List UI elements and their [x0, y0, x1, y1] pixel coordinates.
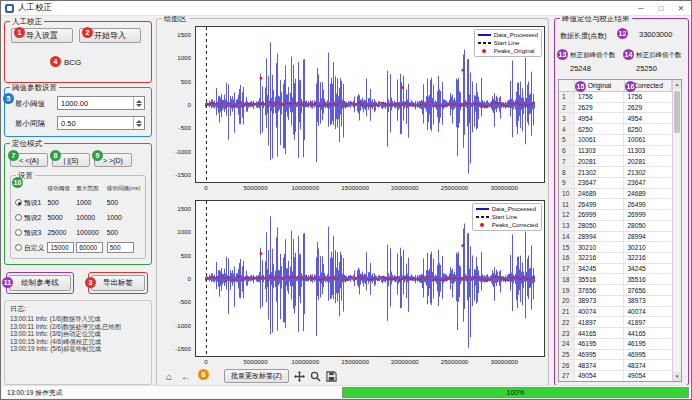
preset-value[interactable]: 60000: [76, 242, 107, 253]
row-index: 11: [559, 199, 575, 209]
table-row[interactable]: 61130311303: [559, 146, 671, 157]
draw-reference-button[interactable]: 绘制参考线: [9, 275, 71, 291]
min-interval-value[interactable]: 0.50: [58, 119, 133, 128]
preset-value: 10000: [76, 214, 107, 221]
table-scrollbar[interactable]: ▲ ▼: [672, 80, 681, 381]
table-row[interactable]: 92364723647: [559, 178, 671, 189]
table-row[interactable]: 274905449054: [559, 371, 671, 381]
table-row[interactable]: 72028120281: [559, 156, 671, 167]
table-row[interactable]: 183551635516: [559, 274, 671, 285]
x-tick-label: 20000000: [391, 358, 419, 365]
min-threshold-value[interactable]: 1000.00: [58, 99, 133, 108]
min-threshold-spinbox[interactable]: 1000.00: [57, 96, 145, 110]
index-column-header: [559, 80, 575, 91]
plot-top-area[interactable]: Data_ProcessedStart LinePeaks_Original: [195, 26, 545, 183]
row-index: 9: [559, 178, 575, 188]
maximize-button[interactable]: □: [651, 1, 671, 15]
table-row[interactable]: 142899428994: [559, 232, 671, 243]
legend-label: Peaks_Corrected: [492, 222, 538, 228]
scroll-up-icon[interactable]: ▲: [673, 80, 681, 89]
table-row[interactable]: 117561756: [559, 92, 671, 103]
annotation-badge-12: 12: [617, 28, 628, 39]
corrected-value: 38973: [624, 296, 671, 306]
preset-radio-自定义[interactable]: 自定义: [13, 243, 47, 253]
plot-bottom-area[interactable]: Data_ProcessedStart LinePeaks_Corrected: [195, 200, 545, 357]
row-index: 14: [559, 232, 575, 242]
y-tick-label: 0: [159, 101, 191, 108]
min-interval-spinbox[interactable]: 0.50: [57, 116, 145, 130]
row-index: 27: [559, 371, 575, 381]
legend-swatch-dashed-icon: [476, 216, 489, 218]
back-icon[interactable]: ←: [180, 371, 192, 382]
spinner-arrows-icon[interactable]: [133, 97, 144, 109]
preset-value-input[interactable]: 60000: [76, 242, 103, 253]
annotation-badge-5: 5: [3, 93, 14, 104]
radio-icon[interactable]: [15, 199, 22, 206]
table-row[interactable]: 244619546195: [559, 339, 671, 350]
export-labels-button[interactable]: 导出标签: [91, 275, 145, 291]
table-row[interactable]: 153021030210: [559, 242, 671, 253]
zoom-icon[interactable]: [310, 371, 321, 382]
table-row[interactable]: 102468924689: [559, 189, 671, 200]
row-index: 4: [559, 124, 575, 134]
radio-icon[interactable]: [15, 244, 22, 251]
import-group-label: 人工校正: [10, 17, 44, 26]
close-button[interactable]: ✕: [671, 1, 691, 15]
corrected-value: 37656: [624, 285, 671, 295]
spinner-arrows-icon[interactable]: [133, 117, 144, 129]
table-row[interactable]: 214007440074: [559, 307, 671, 318]
preset-value[interactable]: 500: [107, 242, 143, 253]
table-row[interactable]: 349544954: [559, 113, 671, 124]
preset-value[interactable]: 15000: [47, 242, 76, 253]
table-row[interactable]: 163221632216: [559, 253, 671, 264]
table-row[interactable]: 254699546995: [559, 350, 671, 361]
table-row[interactable]: 51006110061: [559, 135, 671, 146]
table-row[interactable]: 234416544165: [559, 328, 671, 339]
row-index: 3: [559, 113, 575, 123]
table-row[interactable]: 226292629: [559, 103, 671, 114]
table-row[interactable]: 264837448374: [559, 360, 671, 371]
table-row[interactable]: 132805028050: [559, 221, 671, 232]
table-row[interactable]: 112649926499: [559, 199, 671, 210]
original-value: 24689: [575, 189, 625, 199]
x-tick-label: 10000000: [292, 184, 320, 191]
batch-edit-labels-button[interactable]: 批量更改标签(Z): [224, 369, 289, 383]
original-value: 46995: [575, 350, 625, 360]
corrected-value: 46195: [624, 339, 671, 349]
radio-icon[interactable]: [15, 214, 22, 221]
original-value: 1756: [575, 92, 625, 102]
pan-icon[interactable]: [294, 371, 305, 382]
scroll-down-icon[interactable]: ▼: [673, 372, 681, 381]
table-row[interactable]: 122699926999: [559, 210, 671, 221]
row-index: 5: [559, 135, 575, 145]
radio-icon[interactable]: [15, 229, 22, 236]
table-row[interactable]: 224189741897: [559, 317, 671, 328]
preset-name-label: 预设3: [24, 228, 41, 238]
preset-radio-预设2[interactable]: 预设2: [13, 213, 47, 223]
preset-radio-预设3[interactable]: 预设3: [13, 228, 47, 238]
annotation-badge-3: 3: [85, 277, 96, 288]
scrollbar-thumb[interactable]: [674, 91, 680, 133]
save-icon[interactable]: [326, 371, 337, 382]
x-tick-label: 15000000: [341, 358, 369, 365]
log-list[interactable]: 13:00:11 Info: (1/6)数据导入完成13:00:11 Info:…: [10, 315, 148, 353]
minimize-button[interactable]: ─: [631, 1, 651, 15]
table-row[interactable]: 462506250: [559, 124, 671, 135]
status-bar: 13:00:19 操作完成 100%: [2, 385, 690, 398]
table-row[interactable]: 203897338973: [559, 296, 671, 307]
corrected-value: 4954: [624, 113, 671, 123]
annotation-badge-16: 16: [625, 81, 636, 92]
row-index: 21: [559, 307, 575, 317]
preset-value-input[interactable]: 500: [107, 242, 134, 253]
corrected-value: 41897: [624, 317, 671, 327]
home-icon[interactable]: ⌂: [163, 371, 175, 382]
table-row[interactable]: 193765637656: [559, 285, 671, 296]
preset-radio-预设1[interactable]: 预设1: [13, 198, 47, 208]
table-body[interactable]: 1175617562262926293495449544625062505100…: [559, 92, 671, 381]
table-row[interactable]: 173424534245: [559, 264, 671, 275]
table-row[interactable]: 82130221302: [559, 167, 671, 178]
preset-value-input[interactable]: 15000: [47, 242, 74, 253]
corrected-value: 2629: [624, 103, 671, 113]
plot-bottom: Data_ProcessedStart LinePeaks_Corrected …: [159, 198, 547, 370]
log-line: 13:00:15 Info: (4/6)峰值校正完成: [10, 338, 148, 346]
